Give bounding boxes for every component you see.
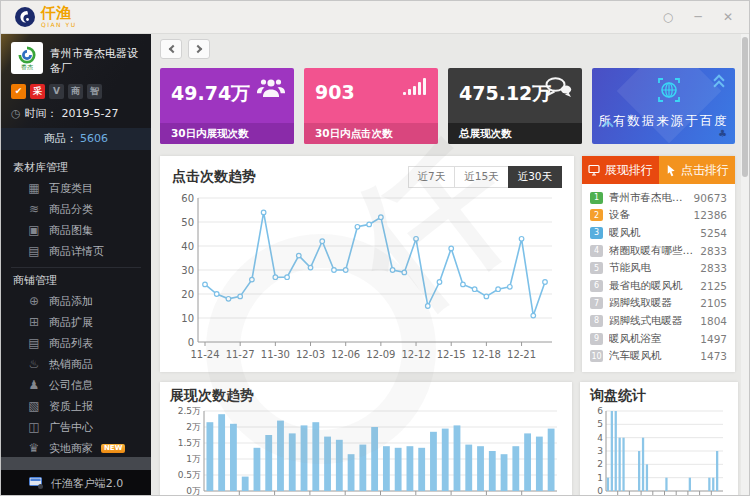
sidebar-item-label: 商品添加 [49, 294, 93, 309]
person-icon: ♟ [27, 378, 41, 392]
sidebar-item-label: 商品列表 [49, 336, 93, 351]
company-logo-label: 春杰 [21, 64, 33, 70]
rank-tab-点击排行[interactable]: 点击排行 [659, 156, 736, 184]
menu-section-title: 素材库管理 [1, 158, 151, 178]
rank-keyword: 猪圈取暖有哪些设备 [609, 244, 696, 258]
svg-text:40: 40 [181, 241, 194, 252]
signal-bars-icon [403, 76, 429, 100]
rank-badge: 2 [590, 209, 603, 221]
sidebar-item-partial[interactable] [1, 457, 151, 470]
bottom-charts-row: 展现次数趋势 0万0.5万1万1.5万2万2.5万 询盘统计 0123456 [160, 382, 735, 496]
qianyu-logo-icon [13, 5, 37, 29]
sidebar-item-label: 资质上报 [49, 399, 93, 414]
svg-text:0: 0 [188, 337, 194, 348]
svg-text:60: 60 [181, 193, 194, 204]
stat-card-label: 总展现次数 [448, 123, 582, 144]
rank-tab-展现排行[interactable]: 展现排行 [582, 156, 659, 184]
rank-row-1[interactable]: 1青州市春杰电器设备厂90673 [590, 189, 727, 207]
svg-text:11-27: 11-27 [226, 349, 255, 360]
sidebar-item-商品添加[interactable]: ⊕商品添加 [1, 291, 151, 312]
rank-value: 1804 [696, 315, 727, 327]
rank-row-2[interactable]: 2设备12386 [590, 207, 727, 225]
rank-row-10[interactable]: 10汽车暖风机1473 [590, 347, 727, 365]
sidebar-item-商品分类[interactable]: ≋商品分类 [1, 199, 151, 220]
sidebar-item-商品图集[interactable]: ▣商品图集 [1, 220, 151, 241]
sidebar-item-label: 商品分类 [49, 202, 93, 217]
rank-value: 1473 [696, 350, 727, 362]
screen-icon [588, 164, 600, 176]
svg-text:2万: 2万 [186, 422, 201, 432]
svg-text:0.5万: 0.5万 [178, 470, 201, 480]
sidebar-item-公司信息[interactable]: ♟公司信息 [1, 375, 151, 396]
scrollbar-thumb[interactable] [742, 37, 748, 177]
rank-row-5[interactable]: 5节能风电2833 [590, 259, 727, 277]
app-logo-subtext: QIAN YU [41, 22, 77, 28]
menu-section-title: 商铺管理 [1, 271, 151, 291]
rank-keyword: 暖风机 [609, 226, 641, 240]
crown-icon: ♛ [27, 441, 41, 455]
inquiry-bar-chart: 0123456 [590, 406, 728, 496]
stat-card-value: 49.74万 [171, 81, 250, 107]
sidebar-footer: 仟渔客户端2.0 [1, 470, 151, 496]
rank-row-9[interactable]: 9暖风机浴室1497 [590, 330, 727, 348]
svg-text:5: 5 [597, 419, 603, 429]
range-tab-近7天[interactable]: 近7天 [408, 166, 456, 188]
rank-row-6[interactable]: 6最省电的暖风机2125 [590, 277, 727, 295]
sidebar-item-label: 热销商品 [49, 357, 93, 372]
sidebar-item-label: 广告中心 [49, 420, 93, 435]
svg-text:12-12: 12-12 [402, 349, 431, 360]
ranking-list: 1青州市春杰电器设备厂906732设备123863暖风机52544猪圈取暖有哪些… [582, 184, 735, 365]
svg-text:2.5万: 2.5万 [178, 406, 201, 416]
chat-icon [543, 76, 573, 103]
sidebar-item-广告中心[interactable]: ◫广告中心 [1, 417, 151, 438]
sidebar-item-热销商品[interactable]: ♨热销商品 [1, 354, 151, 375]
sidebar-item-商品扩展[interactable]: ⊞商品扩展 [1, 312, 151, 333]
minimize-icon[interactable]: ─ [691, 10, 705, 24]
sidebar-item-资质上报[interactable]: ▧资质上报 [1, 396, 151, 417]
sidebar-item-商品列表[interactable]: ▤商品列表 [1, 333, 151, 354]
sidebar-item-label: 公司信息 [49, 378, 93, 393]
monitor-icon [29, 477, 44, 489]
stat-card-value: 903 [315, 81, 355, 103]
company-name: 青州市春杰电器设备厂 [50, 42, 141, 77]
svg-text:2: 2 [597, 459, 603, 469]
stat-cards-row: 49.74万30日内展现次数90330日内点击次数475.12万总展现次数 所有… [160, 68, 735, 144]
rank-badge: 5 [590, 262, 603, 274]
sidebar-item-商品详情页[interactable]: ▤商品详情页 [1, 241, 151, 262]
sidebar-item-label: 百度类目 [49, 181, 93, 196]
baidu-data-banner: 所有数据来源于百度 ♣ [592, 68, 735, 144]
rank-keyword: 设备 [609, 208, 630, 222]
banner-text: 所有数据来源于百度 [592, 113, 735, 130]
impression-bar-chart: 0万0.5万1万1.5万2万2.5万 [170, 406, 562, 496]
rank-row-7[interactable]: 7踢脚线取暖器2105 [590, 295, 727, 313]
forward-button[interactable] [188, 39, 210, 59]
stat-card-2: 90330日内点击次数 [304, 68, 438, 144]
app-logo-text: 仟渔 [41, 6, 77, 21]
sidebar-item-百度类目[interactable]: ▦百度类目 [1, 178, 151, 199]
ranking-panel: 展现排行点击排行 1青州市春杰电器设备厂906732设备123863暖风机525… [582, 156, 735, 372]
rank-row-8[interactable]: 8踢脚线式电暖器1804 [590, 312, 727, 330]
rank-row-4[interactable]: 4猪圈取暖有哪些设备2833 [590, 242, 727, 260]
svg-text:50: 50 [181, 217, 194, 228]
inquiry-stats-panel: 询盘统计 0123456 [580, 382, 738, 496]
range-tab-近15天[interactable]: 近15天 [454, 166, 508, 188]
rank-badge: 4 [590, 245, 603, 257]
rank-keyword: 汽车暖风机 [609, 349, 662, 363]
sidebar-menu: 素材库管理▦百度类目≋商品分类▣商品图集▤商品详情页商铺管理⊕商品添加⊞商品扩展… [1, 150, 151, 496]
click-trend-panel: 点击次数趋势 近7天近15天近30天 010203040506011-2411-… [160, 156, 574, 372]
sidebar-item-label: 商品详情页 [49, 244, 104, 259]
rank-keyword: 最省电的暖风机 [609, 279, 683, 293]
new-badge: NEW [101, 444, 125, 453]
rank-value: 90673 [690, 192, 727, 204]
range-tab-近30天[interactable]: 近30天 [508, 166, 562, 188]
scrollbar[interactable] [741, 34, 749, 496]
back-button[interactable] [160, 39, 182, 59]
rank-keyword: 节能风电 [609, 261, 651, 275]
power-icon[interactable]: ○ [661, 10, 675, 24]
rank-row-3[interactable]: 3暖风机5254 [590, 224, 727, 242]
close-icon[interactable]: ✕ [721, 10, 735, 24]
sidebar-item-实地商家[interactable]: ♛实地商家NEW [1, 438, 151, 459]
company-logo-swirl-icon [18, 46, 36, 64]
stat-card-label: 30日内展现次数 [160, 123, 294, 144]
company-badges: ✔采V商智 [11, 84, 141, 99]
